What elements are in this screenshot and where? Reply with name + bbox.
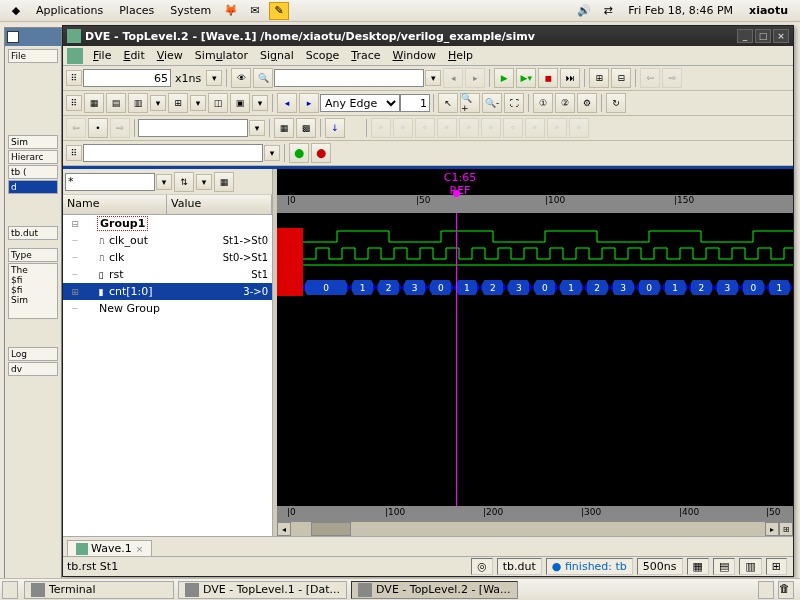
edge-select[interactable]: Any Edge	[320, 94, 400, 112]
signal-row-group1[interactable]: ⊟Group1	[63, 215, 272, 232]
notes-icon[interactable]: ✎	[269, 2, 289, 20]
expand-icon[interactable]: ⊞	[65, 287, 85, 297]
back-titlebar[interactable]	[5, 28, 61, 46]
grid-dd-icon[interactable]: ▾	[150, 95, 166, 111]
menu-view[interactable]: View	[151, 47, 189, 64]
signal-list[interactable]: ⊟Group1┈⎍clk_outSt1->St0┈⎍clkSt0->St1┈▯r…	[63, 215, 272, 536]
signal-row-cnt10[interactable]: ⊞▮cnt[1:0]3->0	[63, 283, 272, 300]
scope-input[interactable]	[138, 119, 248, 137]
search-input[interactable]	[274, 69, 424, 87]
scroll-thumb[interactable]	[311, 522, 351, 536]
prev-edge-icon[interactable]: ◂	[277, 93, 297, 113]
back-tree-sel[interactable]: d	[8, 180, 58, 194]
cursor-label[interactable]: C1:65 REF	[440, 171, 480, 197]
wave-body[interactable]: 012301230123012301	[277, 213, 793, 506]
clock-label[interactable]: Fri Feb 18, 8:46 PM	[620, 2, 741, 19]
layout1-icon[interactable]: ⊞	[168, 93, 188, 113]
wave-ruler-top[interactable]: |0|50|100|150	[277, 195, 793, 213]
taskbar-task[interactable]: DVE - TopLevel.2 - [Wa...	[351, 581, 517, 599]
rec-red-icon[interactable]: ⬤	[311, 143, 331, 163]
wave-row-clk-out[interactable]	[277, 228, 793, 245]
titlebar[interactable]: DVE - TopLevel.2 - [Wave.1] /home/xiaotu…	[63, 26, 793, 46]
taskbar-task[interactable]: DVE - TopLevel.1 - [Dat...	[178, 581, 347, 599]
menu-edit[interactable]: Edit	[117, 47, 150, 64]
t3-back-icon[interactable]: ⇦	[66, 118, 86, 138]
status-ic2-icon[interactable]: ▤	[713, 558, 735, 575]
wave-ruler-bottom[interactable]: |0|100|200|300|400|50	[277, 506, 793, 522]
tool-a-icon[interactable]: ⊞	[589, 68, 609, 88]
rec-green-icon[interactable]: ⬤	[289, 143, 309, 163]
stop-icon[interactable]: ◼	[538, 68, 558, 88]
zoom-in-icon[interactable]: 🔍+	[460, 93, 480, 113]
grid1-icon[interactable]: ▦	[84, 93, 104, 113]
wave-tab[interactable]: Wave.1 ×	[67, 540, 152, 556]
network-icon[interactable]: ⇄	[598, 2, 618, 20]
d8-icon[interactable]: ◦	[525, 118, 545, 138]
handle2-icon[interactable]: ⠿	[66, 95, 82, 111]
d2-icon[interactable]: ◦	[393, 118, 413, 138]
back-sim-label[interactable]: Sim	[8, 135, 58, 149]
layout2-icon[interactable]: ◫	[208, 93, 228, 113]
t3-fwd-icon[interactable]: ⇨	[110, 118, 130, 138]
wave-h-scrollbar[interactable]: ◂ ▸ ⊞	[277, 522, 793, 536]
run-dropdown-icon[interactable]: ▶▾	[516, 68, 536, 88]
wave1-icon[interactable]: ▦	[274, 118, 294, 138]
scope-dd-icon[interactable]: ▾	[249, 120, 265, 136]
search-back-icon[interactable]: 🔍	[253, 68, 273, 88]
t3-dot-icon[interactable]: •	[88, 118, 108, 138]
sig-filter-dd-icon[interactable]: ▾	[156, 174, 172, 190]
refresh-icon[interactable]: ↻	[606, 93, 626, 113]
mail-icon[interactable]: ✉	[245, 2, 265, 20]
find-prev-icon[interactable]: ◂	[443, 68, 463, 88]
menu-file[interactable]: File	[87, 47, 117, 64]
nav-fwd-icon[interactable]: ⇨	[662, 68, 682, 88]
scroll-right-icon[interactable]: ▸	[765, 522, 779, 536]
menu-trace[interactable]: Trace	[345, 47, 386, 64]
back-dv-tab[interactable]: dv	[8, 362, 58, 376]
back-path-field[interactable]: tb.dut	[8, 226, 58, 240]
zoom-cursor-icon[interactable]: ↖	[438, 93, 458, 113]
next-edge-icon[interactable]: ▸	[299, 93, 319, 113]
zoom-fit-icon[interactable]: ⛶	[504, 93, 524, 113]
marker-cfg-icon[interactable]: ⚙	[577, 93, 597, 113]
status-ic1-icon[interactable]: ▦	[687, 558, 709, 575]
back-log-tab[interactable]: Log	[8, 347, 58, 361]
edge-count-input[interactable]	[400, 94, 430, 112]
sig-tool1-dd-icon[interactable]: ▾	[196, 174, 212, 190]
grid2-icon[interactable]: ▤	[106, 93, 126, 113]
grid3-icon[interactable]: ▥	[128, 93, 148, 113]
run-icon[interactable]: ▶	[494, 68, 514, 88]
search-dropdown-icon[interactable]: ▾	[425, 70, 441, 86]
close-button[interactable]: ×	[773, 29, 789, 43]
minimize-button[interactable]: _	[737, 29, 753, 43]
system-menu[interactable]: System	[162, 2, 219, 19]
handle4-icon[interactable]: ⠿	[66, 145, 82, 161]
time-dropdown-icon[interactable]: ▾	[206, 70, 222, 86]
status-target-icon[interactable]: ◎	[471, 558, 493, 575]
trash-icon[interactable]: 🗑	[778, 581, 794, 599]
menu-help[interactable]: Help	[442, 47, 479, 64]
d9-icon[interactable]: ◦	[547, 118, 567, 138]
d4-icon[interactable]: ◦	[437, 118, 457, 138]
scroll-cfg-icon[interactable]: ⊞	[779, 522, 793, 536]
marker1-icon[interactable]: ①	[533, 93, 553, 113]
col-value-header[interactable]: Value	[167, 195, 272, 214]
layout-dd-icon[interactable]: ▾	[190, 95, 206, 111]
d10-icon[interactable]: ◦	[569, 118, 589, 138]
cursor-line[interactable]	[456, 213, 457, 506]
wave-row-clk[interactable]	[277, 245, 793, 262]
layout3-dd-icon[interactable]: ▾	[252, 95, 268, 111]
gnome-logo-icon[interactable]: ◆	[6, 2, 26, 20]
layout3-icon[interactable]: ▣	[230, 93, 250, 113]
workspace-icon[interactable]	[758, 581, 774, 599]
wave2-icon[interactable]: ▩	[296, 118, 316, 138]
find-next-icon[interactable]: ▸	[465, 68, 485, 88]
signal-row-clkout[interactable]: ┈⎍clk_outSt1->St0	[63, 232, 272, 249]
signal-row-clk[interactable]: ┈⎍clkSt0->St1	[63, 249, 272, 266]
volume-icon[interactable]: 🔊	[574, 2, 594, 20]
sig-tool2-icon[interactable]: ▦	[214, 172, 234, 192]
status-ic3-icon[interactable]: ▥	[739, 558, 761, 575]
scroll-left-icon[interactable]: ◂	[277, 522, 291, 536]
d1-icon[interactable]: ◦	[371, 118, 391, 138]
show-desktop-icon[interactable]	[2, 581, 18, 599]
